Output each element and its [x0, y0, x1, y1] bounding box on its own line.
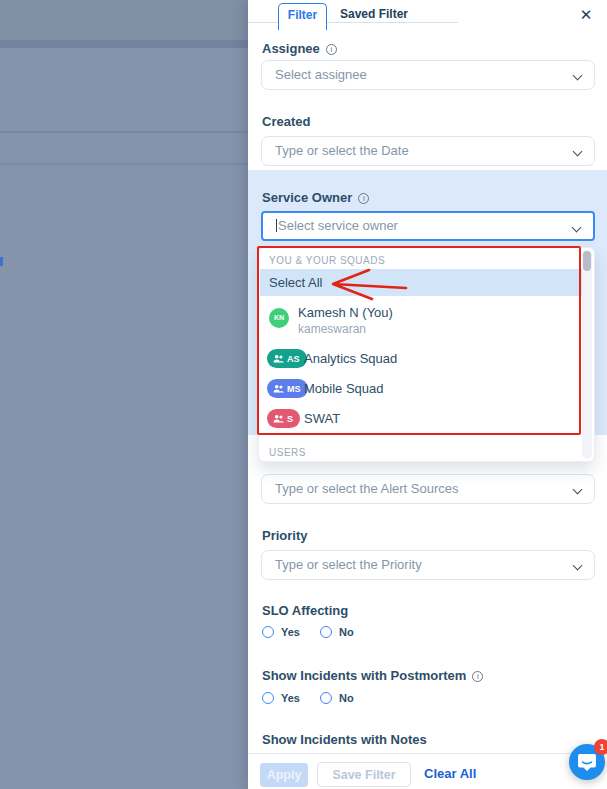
- dropdown-option-squad[interactable]: MS Mobile Squad: [260, 374, 585, 404]
- created-select[interactable]: Type or select the Date: [261, 136, 595, 166]
- clear-all-button[interactable]: Clear All: [424, 766, 476, 781]
- assignee-select[interactable]: Select assignee: [261, 60, 595, 90]
- squad-avatar: S: [267, 409, 300, 428]
- radio-label: No: [339, 692, 354, 704]
- filter-drawer: Filter Saved Filter ✕ Assigneei Select a…: [248, 0, 607, 789]
- radio-icon: [320, 692, 332, 704]
- squad-avatar: AS: [267, 349, 307, 368]
- created-label: Created: [262, 114, 310, 129]
- dropdown-scrollbar[interactable]: [582, 250, 592, 459]
- option-name: Mobile Squad: [304, 381, 384, 396]
- chevron-down-icon: [573, 71, 583, 81]
- dropdown-option-select-all[interactable]: Select All: [260, 269, 585, 296]
- option-name: Analytics Squad: [304, 351, 397, 366]
- radio-icon: [262, 692, 274, 704]
- service-owner-dropdown: YOU & YOUR SQUADS Select All KN Kamesh N…: [258, 247, 595, 462]
- dropdown-group-header: YOU & YOUR SQUADS: [269, 255, 385, 266]
- notification-badge: 1: [594, 739, 607, 755]
- postmortem-no-radio[interactable]: No: [320, 690, 354, 705]
- text-cursor: [276, 219, 277, 232]
- squad-initials: AS: [287, 354, 300, 364]
- chat-bubble-icon: [578, 754, 596, 771]
- option-name: Kamesh N (You): [298, 305, 393, 320]
- chevron-down-icon: [573, 561, 583, 571]
- dropdown-option-squad[interactable]: S SWAT: [260, 404, 585, 434]
- save-filter-button[interactable]: Save Filter: [317, 762, 411, 787]
- service-owner-label: Service Owneri: [262, 190, 369, 205]
- slo-yes-radio[interactable]: Yes: [262, 624, 300, 639]
- radio-icon: [320, 626, 332, 638]
- dropdown-option-user[interactable]: KN Kamesh N (You) kameswaran: [260, 301, 585, 343]
- chevron-down-icon: [572, 223, 582, 233]
- tab-saved-filter[interactable]: Saved Filter: [340, 6, 408, 26]
- apply-button[interactable]: Apply: [260, 763, 308, 787]
- service-owner-placeholder: Select service owner: [278, 218, 398, 233]
- assignee-label: Assigneei: [262, 41, 337, 56]
- tab-filter[interactable]: Filter: [278, 3, 327, 30]
- postmortem-label-text: Show Incidents with Postmortem: [262, 668, 466, 683]
- notes-label: Show Incidents with Notes: [262, 732, 427, 747]
- radio-icon: [262, 626, 274, 638]
- close-icon[interactable]: ✕: [576, 5, 596, 25]
- dropdown-option-squad[interactable]: AS Analytics Squad: [260, 344, 585, 374]
- option-name: SWAT: [304, 411, 340, 426]
- chevron-down-icon: [573, 485, 583, 495]
- radio-label: Yes: [281, 626, 300, 638]
- assignee-label-text: Assignee: [262, 41, 320, 56]
- slo-affecting-label: SLO Affecting: [262, 603, 348, 618]
- slo-radio-group: Yes No: [262, 624, 354, 639]
- user-avatar: KN: [269, 308, 289, 328]
- created-placeholder: Type or select the Date: [275, 143, 409, 158]
- service-owner-select[interactable]: Select service owner: [261, 211, 595, 241]
- postmortem-radio-group: Yes No: [262, 690, 354, 705]
- option-subtitle: kameswaran: [298, 322, 366, 336]
- people-icon: [273, 414, 284, 423]
- background-accent-mark: [0, 257, 3, 266]
- assignee-placeholder: Select assignee: [275, 67, 367, 82]
- screen: Filter Saved Filter ✕ Assigneei Select a…: [0, 0, 607, 789]
- postmortem-label: Show Incidents with Postmortemi: [262, 668, 483, 683]
- radio-label: Yes: [281, 692, 300, 704]
- squad-initials: MS: [287, 384, 301, 394]
- info-icon[interactable]: i: [326, 44, 337, 55]
- alert-source-select[interactable]: Type or select the Alert Sources: [261, 474, 595, 504]
- priority-placeholder: Type or select the Priority: [275, 557, 422, 572]
- alert-source-placeholder: Type or select the Alert Sources: [275, 481, 459, 496]
- priority-label: Priority: [262, 528, 308, 543]
- scrollbar-thumb[interactable]: [583, 251, 591, 271]
- service-owner-label-text: Service Owner: [262, 190, 352, 205]
- info-icon[interactable]: i: [472, 671, 483, 682]
- postmortem-yes-radio[interactable]: Yes: [262, 690, 300, 705]
- chevron-down-icon: [573, 147, 583, 157]
- people-icon: [273, 384, 284, 393]
- squad-avatar: MS: [267, 379, 308, 398]
- radio-label: No: [339, 626, 354, 638]
- people-icon: [273, 354, 284, 363]
- slo-no-radio[interactable]: No: [320, 624, 354, 639]
- squad-initials: S: [287, 414, 293, 424]
- priority-select[interactable]: Type or select the Priority: [261, 550, 595, 580]
- info-icon[interactable]: i: [358, 193, 369, 204]
- dropdown-group-header: USERS: [269, 447, 306, 458]
- footer-divider: [248, 753, 607, 754]
